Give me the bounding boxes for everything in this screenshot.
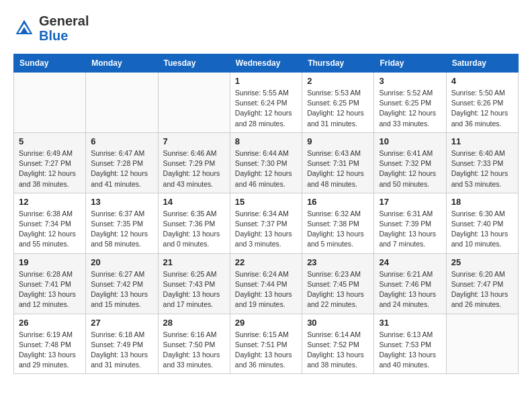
calendar-cell: 14Sunrise: 6:35 AMSunset: 7:36 PMDayligh… xyxy=(158,193,230,253)
week-row-5: 26Sunrise: 6:19 AMSunset: 7:48 PMDayligh… xyxy=(14,314,519,374)
weekday-header-saturday: Saturday xyxy=(446,54,518,73)
day-number: 5 xyxy=(19,136,81,146)
calendar-cell: 8Sunrise: 6:44 AMSunset: 7:30 PMDaylight… xyxy=(230,132,302,193)
day-number: 8 xyxy=(235,136,297,146)
day-number: 30 xyxy=(307,318,369,328)
calendar-cell: 19Sunrise: 6:28 AMSunset: 7:41 PMDayligh… xyxy=(14,253,86,314)
weekday-header-thursday: Thursday xyxy=(302,54,374,73)
day-info: Sunrise: 5:53 AMSunset: 6:25 PMDaylight:… xyxy=(307,88,369,129)
calendar-cell: 11Sunrise: 6:40 AMSunset: 7:33 PMDayligh… xyxy=(446,132,518,193)
logo-icon xyxy=(13,17,35,39)
day-number: 7 xyxy=(163,136,225,146)
day-number: 15 xyxy=(235,197,297,207)
calendar-cell: 10Sunrise: 6:41 AMSunset: 7:32 PMDayligh… xyxy=(374,132,446,193)
day-info: Sunrise: 6:28 AMSunset: 7:41 PMDaylight:… xyxy=(19,269,81,310)
day-number: 9 xyxy=(307,136,369,146)
day-info: Sunrise: 6:38 AMSunset: 7:34 PMDaylight:… xyxy=(19,209,81,250)
day-info: Sunrise: 6:44 AMSunset: 7:30 PMDaylight:… xyxy=(235,148,297,189)
day-number: 17 xyxy=(379,197,441,207)
day-number: 28 xyxy=(163,318,225,328)
calendar-cell: 16Sunrise: 6:32 AMSunset: 7:38 PMDayligh… xyxy=(302,193,374,253)
page-header: General Blue xyxy=(13,13,519,43)
day-info: Sunrise: 6:46 AMSunset: 7:29 PMDaylight:… xyxy=(163,148,225,189)
calendar-table: SundayMondayTuesdayWednesdayThursdayFrid… xyxy=(13,54,519,374)
day-info: Sunrise: 6:31 AMSunset: 7:39 PMDaylight:… xyxy=(379,209,441,250)
day-info: Sunrise: 6:49 AMSunset: 7:27 PMDaylight:… xyxy=(19,148,81,189)
day-number: 26 xyxy=(19,318,81,328)
day-info: Sunrise: 6:37 AMSunset: 7:35 PMDaylight:… xyxy=(91,209,152,250)
day-info: Sunrise: 6:41 AMSunset: 7:32 PMDaylight:… xyxy=(379,148,441,189)
week-row-3: 12Sunrise: 6:38 AMSunset: 7:34 PMDayligh… xyxy=(14,193,519,253)
day-info: Sunrise: 6:24 AMSunset: 7:44 PMDaylight:… xyxy=(235,269,297,310)
day-number: 21 xyxy=(163,257,225,267)
day-number: 1 xyxy=(235,76,297,86)
day-number: 16 xyxy=(307,197,369,207)
day-number: 3 xyxy=(379,76,441,86)
weekday-header-wednesday: Wednesday xyxy=(230,54,302,73)
day-number: 4 xyxy=(451,76,513,86)
calendar-cell: 30Sunrise: 6:14 AMSunset: 7:52 PMDayligh… xyxy=(302,314,374,374)
day-info: Sunrise: 6:35 AMSunset: 7:36 PMDaylight:… xyxy=(163,209,225,250)
calendar-cell: 3Sunrise: 5:52 AMSunset: 6:25 PMDaylight… xyxy=(374,73,446,133)
day-info: Sunrise: 6:20 AMSunset: 7:47 PMDaylight:… xyxy=(451,269,513,310)
calendar-cell: 29Sunrise: 6:15 AMSunset: 7:51 PMDayligh… xyxy=(230,314,302,374)
day-number: 19 xyxy=(19,257,81,267)
day-info: Sunrise: 6:23 AMSunset: 7:45 PMDaylight:… xyxy=(307,269,369,310)
day-number: 20 xyxy=(91,257,152,267)
logo-blue: Blue xyxy=(39,28,68,43)
calendar-cell: 20Sunrise: 6:27 AMSunset: 7:42 PMDayligh… xyxy=(86,253,158,314)
calendar-cell: 21Sunrise: 6:25 AMSunset: 7:43 PMDayligh… xyxy=(158,253,230,314)
day-info: Sunrise: 5:52 AMSunset: 6:25 PMDaylight:… xyxy=(379,88,441,129)
logo: General Blue xyxy=(13,13,89,43)
day-info: Sunrise: 6:43 AMSunset: 7:31 PMDaylight:… xyxy=(307,148,369,189)
calendar-cell: 25Sunrise: 6:20 AMSunset: 7:47 PMDayligh… xyxy=(446,253,518,314)
day-number: 31 xyxy=(379,318,441,328)
week-row-1: 1Sunrise: 5:55 AMSunset: 6:24 PMDaylight… xyxy=(14,73,519,133)
calendar-cell: 28Sunrise: 6:16 AMSunset: 7:50 PMDayligh… xyxy=(158,314,230,374)
day-number: 12 xyxy=(19,197,81,207)
calendar-cell: 6Sunrise: 6:47 AMSunset: 7:28 PMDaylight… xyxy=(86,132,158,193)
calendar-cell: 12Sunrise: 6:38 AMSunset: 7:34 PMDayligh… xyxy=(14,193,86,253)
calendar-cell xyxy=(446,314,518,374)
calendar-cell: 27Sunrise: 6:18 AMSunset: 7:49 PMDayligh… xyxy=(86,314,158,374)
day-info: Sunrise: 5:55 AMSunset: 6:24 PMDaylight:… xyxy=(235,88,297,129)
day-number: 13 xyxy=(91,197,152,207)
day-number: 11 xyxy=(451,136,513,146)
week-row-2: 5Sunrise: 6:49 AMSunset: 7:27 PMDaylight… xyxy=(14,132,519,193)
day-info: Sunrise: 6:40 AMSunset: 7:33 PMDaylight:… xyxy=(451,148,513,189)
calendar-cell: 23Sunrise: 6:23 AMSunset: 7:45 PMDayligh… xyxy=(302,253,374,314)
day-info: Sunrise: 6:19 AMSunset: 7:48 PMDaylight:… xyxy=(19,330,81,371)
calendar-cell xyxy=(86,73,158,133)
day-info: Sunrise: 6:27 AMSunset: 7:42 PMDaylight:… xyxy=(91,269,152,310)
calendar-cell: 15Sunrise: 6:34 AMSunset: 7:37 PMDayligh… xyxy=(230,193,302,253)
calendar-cell: 13Sunrise: 6:37 AMSunset: 7:35 PMDayligh… xyxy=(86,193,158,253)
day-info: Sunrise: 6:25 AMSunset: 7:43 PMDaylight:… xyxy=(163,269,225,310)
day-info: Sunrise: 5:50 AMSunset: 6:26 PMDaylight:… xyxy=(451,88,513,129)
day-number: 25 xyxy=(451,257,513,267)
week-row-4: 19Sunrise: 6:28 AMSunset: 7:41 PMDayligh… xyxy=(14,253,519,314)
day-number: 2 xyxy=(307,76,369,86)
calendar-cell: 2Sunrise: 5:53 AMSunset: 6:25 PMDaylight… xyxy=(302,73,374,133)
day-info: Sunrise: 6:30 AMSunset: 7:40 PMDaylight:… xyxy=(451,209,513,250)
calendar-cell: 5Sunrise: 6:49 AMSunset: 7:27 PMDaylight… xyxy=(14,132,86,193)
logo-general: General xyxy=(39,13,89,28)
calendar-cell xyxy=(158,73,230,133)
day-number: 23 xyxy=(307,257,369,267)
calendar-cell: 7Sunrise: 6:46 AMSunset: 7:29 PMDaylight… xyxy=(158,132,230,193)
day-info: Sunrise: 6:18 AMSunset: 7:49 PMDaylight:… xyxy=(91,330,152,371)
day-info: Sunrise: 6:16 AMSunset: 7:50 PMDaylight:… xyxy=(163,330,225,371)
calendar-cell: 9Sunrise: 6:43 AMSunset: 7:31 PMDaylight… xyxy=(302,132,374,193)
calendar-cell: 24Sunrise: 6:21 AMSunset: 7:46 PMDayligh… xyxy=(374,253,446,314)
calendar-cell xyxy=(14,73,86,133)
day-info: Sunrise: 6:34 AMSunset: 7:37 PMDaylight:… xyxy=(235,209,297,250)
day-number: 18 xyxy=(451,197,513,207)
calendar-cell: 4Sunrise: 5:50 AMSunset: 6:26 PMDaylight… xyxy=(446,73,518,133)
day-info: Sunrise: 6:13 AMSunset: 7:53 PMDaylight:… xyxy=(379,330,441,371)
calendar-cell: 26Sunrise: 6:19 AMSunset: 7:48 PMDayligh… xyxy=(14,314,86,374)
day-number: 10 xyxy=(379,136,441,146)
calendar-cell: 31Sunrise: 6:13 AMSunset: 7:53 PMDayligh… xyxy=(374,314,446,374)
day-number: 24 xyxy=(379,257,441,267)
day-info: Sunrise: 6:15 AMSunset: 7:51 PMDaylight:… xyxy=(235,330,297,371)
calendar-cell: 17Sunrise: 6:31 AMSunset: 7:39 PMDayligh… xyxy=(374,193,446,253)
day-info: Sunrise: 6:14 AMSunset: 7:52 PMDaylight:… xyxy=(307,330,369,371)
